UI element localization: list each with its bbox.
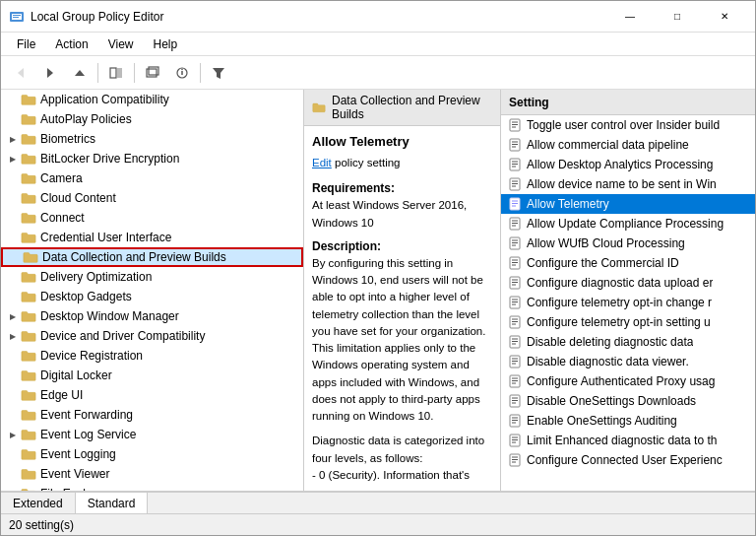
menu-action[interactable]: Action <box>47 35 95 53</box>
tree-item-event-logging[interactable]: Event Logging <box>1 444 303 464</box>
policy-item-icon <box>507 393 523 409</box>
right-list-item[interactable]: Allow Update Compliance Processing <box>501 214 755 234</box>
tree-item-device-registration[interactable]: Device Registration <box>1 346 303 366</box>
tree-item-edge-ui[interactable]: Edge UI <box>1 385 303 405</box>
up-button[interactable] <box>66 60 94 86</box>
tree-item-data-collection[interactable]: Data Collection and Preview Builds <box>1 247 303 267</box>
middle-header-title: Data Collection and Preview Builds <box>332 94 492 121</box>
show-hide-icon <box>109 66 123 80</box>
right-list-item[interactable]: Configure diagnostic data upload er <box>501 273 755 293</box>
svg-marker-14 <box>213 68 224 79</box>
policy-item-icon <box>507 452 523 468</box>
right-list-item-label: Limit Enhanced diagnostic data to th <box>527 434 717 447</box>
tab-extended-label: Extended <box>13 497 63 510</box>
right-list-item[interactable]: Configure Authenticated Proxy usag <box>501 371 755 391</box>
folder-icon <box>21 466 36 482</box>
tree-item-file-explorer[interactable]: ▶ File Explorer <box>1 484 303 491</box>
menu-view[interactable]: View <box>100 35 142 53</box>
new-window-button[interactable] <box>139 60 166 86</box>
toolbar-separator-1 <box>97 63 98 83</box>
tree-item-biometrics[interactable]: ▶ Biometrics <box>1 129 303 149</box>
tree-item-autoplay-policies[interactable]: AutoPlay Policies <box>1 109 303 129</box>
tree-item-credential-ui[interactable]: Credential User Interface <box>1 228 303 247</box>
right-list-item[interactable]: Allow commercial data pipeline <box>501 135 755 155</box>
policy-item-icon <box>507 295 523 310</box>
right-list-item-label: Configure Connected User Experienc <box>527 453 723 467</box>
folder-icon <box>21 407 36 423</box>
status-bar: 20 setting(s) <box>1 513 755 535</box>
right-list-item-label: Allow commercial data pipeline <box>527 138 689 152</box>
minimize-button[interactable]: — <box>607 7 653 27</box>
new-window-icon <box>146 66 159 80</box>
show-hide-button[interactable] <box>102 60 130 86</box>
tree-label: Device Registration <box>40 349 143 363</box>
tree-item-device-driver-compat[interactable]: ▶ Device and Driver Compatibility <box>1 326 303 346</box>
right-list-item-label: Allow Desktop Analytics Processing <box>527 158 713 171</box>
edit-label[interactable]: Edit <box>312 157 332 168</box>
middle-content[interactable]: Allow Telemetry Edit policy setting Requ… <box>304 126 500 491</box>
right-list-item[interactable]: Allow WUfB Cloud Processing <box>501 234 755 253</box>
back-icon <box>14 66 28 80</box>
tree-item-camera[interactable]: Camera <box>1 168 303 188</box>
bullet-text: - 0 (Security). Information that's <box>312 467 492 484</box>
folder-icon <box>21 328 36 344</box>
right-list-item[interactable]: Allow Desktop Analytics Processing <box>501 155 755 174</box>
svg-rect-2 <box>13 15 21 16</box>
tree-panel[interactable]: Application Compatibility AutoPlay Polic… <box>1 90 304 491</box>
tree-item-bitlocker[interactable]: ▶ BitLocker Drive Encryption <box>1 149 303 168</box>
tree-item-desktop-gadgets[interactable]: Desktop Gadgets <box>1 287 303 306</box>
folder-icon <box>21 92 36 107</box>
right-list-item[interactable]: Configure Connected User Experienc <box>501 450 755 470</box>
tab-standard[interactable]: Standard <box>76 493 149 513</box>
tab-extended[interactable]: Extended <box>1 493 76 513</box>
tree-item-digital-locker[interactable]: Digital Locker <box>1 366 303 385</box>
right-header: Setting <box>501 90 755 115</box>
policy-title: Allow Telemetry <box>312 134 492 149</box>
tree-item-delivery-optimization[interactable]: Delivery Optimization <box>1 267 303 287</box>
right-list-item[interactable]: Disable OneSettings Downloads <box>501 391 755 411</box>
right-list-item[interactable]: Disable diagnostic data viewer. <box>501 352 755 371</box>
requirements-title: Requirements: <box>312 181 492 195</box>
folder-icon <box>21 446 36 462</box>
right-list-item-label: Allow Update Compliance Processing <box>527 217 724 231</box>
middle-header: Data Collection and Preview Builds <box>304 90 500 126</box>
maximize-button[interactable]: □ <box>655 7 700 27</box>
tree-item-desktop-window-manager[interactable]: ▶ Desktop Window Manager <box>1 306 303 326</box>
right-list-item[interactable]: Limit Enhanced diagnostic data to th <box>501 431 755 450</box>
right-list-item[interactable]: Toggle user control over Insider build <box>501 115 755 135</box>
tree-item-cloud-content[interactable]: Cloud Content <box>1 188 303 208</box>
right-list-item[interactable]: Enable OneSettings Auditing <box>501 411 755 431</box>
properties-button[interactable] <box>168 60 196 86</box>
menu-file[interactable]: File <box>9 35 43 53</box>
toolbar <box>1 56 755 90</box>
filter-button[interactable] <box>205 60 232 86</box>
tree-item-connect[interactable]: Connect <box>1 208 303 228</box>
tree-label: Delivery Optimization <box>40 270 152 284</box>
tree-item-event-log-service[interactable]: ▶ Event Log Service <box>1 425 303 444</box>
close-button[interactable]: ✕ <box>702 7 747 27</box>
folder-icon <box>21 368 36 383</box>
forward-button[interactable] <box>36 60 64 86</box>
right-list-item-label: Configure telemetry opt-in change r <box>527 296 712 309</box>
policy-setting-label: policy setting <box>335 157 400 168</box>
right-list-item-label: Toggle user control over Insider build <box>527 118 720 132</box>
right-list[interactable]: Toggle user control over Insider build A… <box>501 115 755 491</box>
right-list-item[interactable]: Allow Telemetry <box>501 194 755 214</box>
tree-label: Desktop Gadgets <box>40 290 132 303</box>
title-bar: Local Group Policy Editor — □ ✕ <box>1 1 755 33</box>
tree-item-event-forwarding[interactable]: Event Forwarding <box>1 405 303 425</box>
right-list-item[interactable]: Configure telemetry opt-in change r <box>501 293 755 312</box>
right-list-item-label: Disable OneSettings Downloads <box>527 394 696 408</box>
tree-item-event-viewer[interactable]: Event Viewer <box>1 464 303 484</box>
right-list-item[interactable]: Disable deleting diagnostic data <box>501 332 755 352</box>
tree-label: Desktop Window Manager <box>40 309 179 323</box>
tree-label: Biometrics <box>40 132 95 146</box>
right-list-item-label: Configure diagnostic data upload er <box>527 276 713 290</box>
tree-item-application-compatibility[interactable]: Application Compatibility <box>1 90 303 109</box>
back-button[interactable] <box>7 60 34 86</box>
menu-bar: File Action View Help <box>1 33 755 56</box>
menu-help[interactable]: Help <box>146 35 186 53</box>
right-list-item[interactable]: Configure the Commercial ID <box>501 253 755 273</box>
right-list-item[interactable]: Allow device name to be sent in Win <box>501 174 755 194</box>
right-list-item[interactable]: Configure telemetry opt-in setting u <box>501 312 755 332</box>
